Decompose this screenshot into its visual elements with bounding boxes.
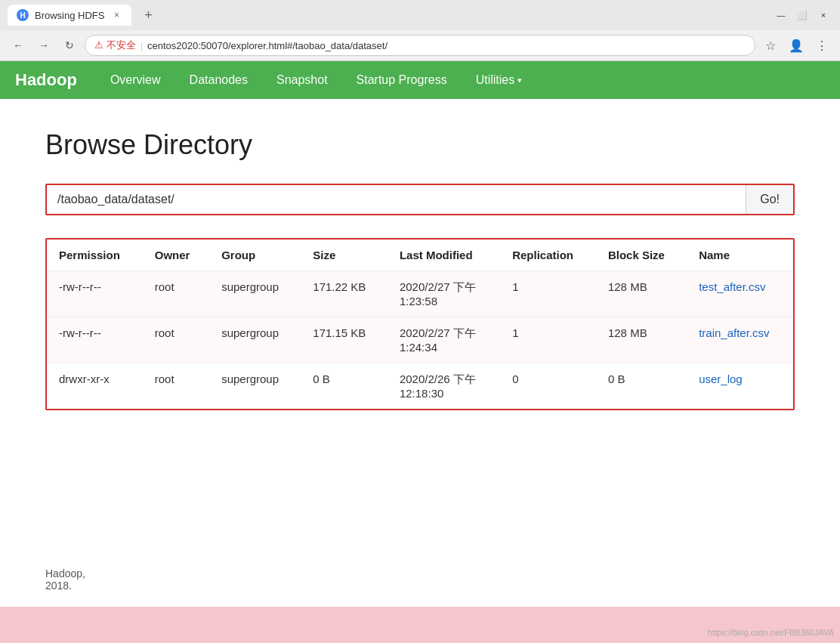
cell-block-size: 0 B [596, 363, 687, 410]
address-bar[interactable]: ⚠ 不安全 | centos2020:50070/explorer.html#/… [85, 35, 755, 56]
cell-last-modified: 2020/2/26 下午12:18:30 [388, 363, 500, 410]
col-block-size: Block Size [596, 240, 687, 271]
browser-tab[interactable]: H Browsing HDFS × [8, 5, 131, 26]
address-separator: | [141, 40, 143, 51]
table-row: -rw-r--r--rootsupergroup171.15 KB2020/2/… [47, 317, 793, 363]
col-owner: Owner [143, 240, 209, 271]
close-button[interactable]: × [814, 6, 832, 24]
file-table-container: Permission Owner Group Size Last Modifie… [45, 238, 795, 410]
refresh-button[interactable]: ↻ [59, 35, 80, 56]
footer-line1: Hadoop, [45, 567, 795, 580]
col-last-modified: Last Modified [388, 240, 500, 271]
cell-name: test_after.csv [687, 271, 793, 317]
cell-size: 0 B [301, 363, 388, 410]
file-table: Permission Owner Group Size Last Modifie… [47, 240, 793, 409]
cell-last-modified: 2020/2/27 下午1:23:58 [388, 271, 500, 317]
cell-owner: root [143, 317, 209, 363]
footer: Hadoop, 2018. [0, 552, 840, 607]
new-tab-button[interactable]: + [137, 5, 159, 26]
cell-group: supergroup [209, 363, 301, 410]
address-text: centos2020:50070/explorer.html#/taobao_d… [147, 40, 746, 51]
file-link[interactable]: train_after.csv [699, 326, 769, 339]
cell-replication: 0 [500, 363, 596, 410]
cell-group: supergroup [209, 271, 301, 317]
cell-size: 171.22 KB [301, 271, 388, 317]
minimize-button[interactable]: — [772, 6, 790, 24]
path-container: Go! [45, 184, 795, 215]
forward-button[interactable]: → [33, 35, 54, 56]
nav-link-snapshot[interactable]: Snapshot [273, 63, 331, 97]
footer-line2: 2018. [45, 580, 795, 592]
bookmark-button[interactable]: ☆ [760, 35, 781, 56]
file-link[interactable]: test_after.csv [699, 280, 765, 293]
account-button[interactable]: 👤 [786, 35, 807, 56]
col-replication: Replication [500, 240, 596, 271]
cell-permission: -rw-r--r-- [47, 271, 143, 317]
col-size: Size [301, 240, 388, 271]
title-bar: H Browsing HDFS × + — ⬜ × [0, 0, 840, 30]
col-permission: Permission [47, 240, 143, 271]
browser-menu-button[interactable]: ⋮ [811, 35, 832, 56]
cell-owner: root [143, 271, 209, 317]
browser-nav-bar: ← → ↻ ⚠ 不安全 | centos2020:50070/explorer.… [0, 30, 840, 60]
cell-name: train_after.csv [687, 317, 793, 363]
nav-link-startup-progress[interactable]: Startup Progress [354, 63, 450, 97]
page-content: Browse Directory Go! Permission Owner Gr… [0, 99, 840, 552]
go-button[interactable]: Go! [746, 185, 793, 214]
cell-replication: 1 [500, 317, 596, 363]
security-warning: ⚠ 不安全 [94, 39, 136, 52]
cell-name: user_log [687, 363, 793, 410]
hadoop-navbar: Hadoop Overview Datanodes Snapshot Start… [0, 61, 840, 99]
cell-block-size: 128 MB [596, 271, 687, 317]
utilities-dropdown-arrow: ▾ [517, 76, 522, 85]
window-controls: — ⬜ × [772, 6, 832, 24]
nav-link-datanodes[interactable]: Datanodes [187, 63, 251, 97]
back-button[interactable]: ← [8, 35, 29, 56]
cell-last-modified: 2020/2/27 下午1:24:34 [388, 317, 500, 363]
tab-title: Browsing HDFS [35, 10, 104, 21]
cell-size: 171.15 KB [301, 317, 388, 363]
table-header-row: Permission Owner Group Size Last Modifie… [47, 240, 793, 271]
nav-link-utilities[interactable]: Utilities ▾ [473, 63, 526, 97]
cell-permission: -rw-r--r-- [47, 317, 143, 363]
cell-owner: root [143, 363, 209, 410]
col-group: Group [209, 240, 301, 271]
tab-close-button[interactable]: × [110, 9, 122, 21]
restore-button[interactable]: ⬜ [793, 6, 811, 24]
page-title: Browse Directory [45, 129, 795, 161]
path-input[interactable] [47, 185, 746, 214]
nav-link-overview[interactable]: Overview [107, 63, 164, 97]
cell-replication: 1 [500, 271, 596, 317]
browser-chrome: H Browsing HDFS × + — ⬜ × ← → ↻ ⚠ 不安全 | … [0, 0, 840, 61]
tab-favicon: H [17, 9, 29, 21]
col-name: Name [687, 240, 793, 271]
table-row: -rw-r--r--rootsupergroup171.22 KB2020/2/… [47, 271, 793, 317]
table-row: drwxr-xr-xrootsupergroup0 B2020/2/26 下午1… [47, 363, 793, 410]
cell-permission: drwxr-xr-x [47, 363, 143, 410]
cell-block-size: 128 MB [596, 317, 687, 363]
cell-group: supergroup [209, 317, 301, 363]
hadoop-brand: Hadoop [15, 61, 77, 99]
file-link[interactable]: user_log [699, 373, 743, 385]
watermark: https://blog.csdn.net/FBB360JAVA [708, 628, 834, 637]
